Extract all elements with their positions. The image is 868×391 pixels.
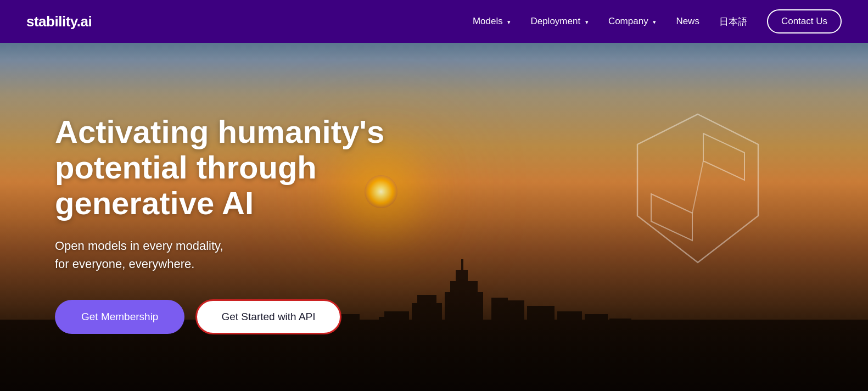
- hero-buttons: Get Membership Get Started with API: [55, 299, 439, 334]
- contact-us-button[interactable]: Contact Us: [767, 9, 842, 33]
- deployment-dropdown-icon: ▾: [585, 19, 589, 25]
- nav-models[interactable]: Models ▾: [473, 16, 511, 26]
- navbar: stability.ai Models ▾ Deployment ▾ Compa…: [0, 0, 868, 43]
- get-started-api-button[interactable]: Get Started with API: [195, 299, 341, 334]
- nav-company[interactable]: Company ▾: [608, 16, 657, 26]
- hero-content: Activating humanity's potential through …: [55, 114, 439, 334]
- get-membership-button[interactable]: Get Membership: [55, 300, 184, 334]
- svg-line-44: [692, 161, 703, 213]
- nav-deployment[interactable]: Deployment ▾: [530, 16, 588, 26]
- models-dropdown-icon: ▾: [507, 19, 511, 25]
- hero-logo-watermark: [626, 109, 769, 295]
- hero-title: Activating humanity's potential through …: [55, 114, 439, 221]
- company-dropdown-icon: ▾: [653, 19, 656, 25]
- nav-japanese[interactable]: 日本語: [719, 16, 747, 27]
- nav-logo[interactable]: stability.ai: [26, 13, 92, 30]
- nav-news[interactable]: News: [676, 16, 699, 26]
- hero-section: Activating humanity's potential through …: [0, 43, 868, 391]
- hero-subtitle: Open models in every modality,for everyo…: [55, 237, 439, 273]
